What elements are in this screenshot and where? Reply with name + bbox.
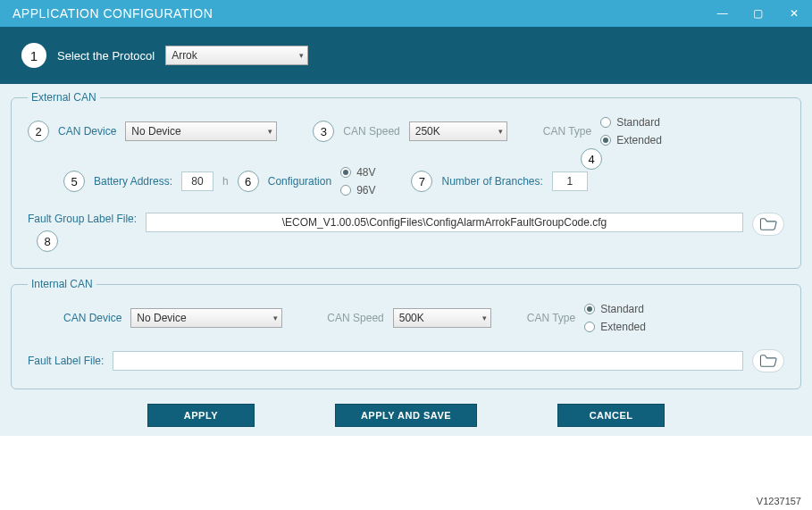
branches-input[interactable]: 1 <box>552 171 588 191</box>
int-can-type-label: CAN Type <box>527 312 575 324</box>
int-can-speed-select[interactable]: 500K ▾ <box>393 308 491 328</box>
fault-label-file-input[interactable] <box>113 351 743 371</box>
configuration-label: Configuration <box>268 175 331 188</box>
step-badge-7: 7 <box>411 171 432 192</box>
protocol-select[interactable]: Arrok ▾ <box>165 46 308 65</box>
int-can-device-value: No Device <box>137 312 186 324</box>
ext-can-type-radios: Standard Extended <box>600 116 662 146</box>
folder-icon <box>759 355 777 367</box>
int-can-device-select[interactable]: No Device ▾ <box>130 308 282 328</box>
external-row-2: 5 Battery Address: 80 h 6 Configuration … <box>28 166 784 196</box>
int-can-type-extended-option[interactable]: Extended <box>584 321 646 333</box>
int-can-type-standard-label: Standard <box>600 303 644 315</box>
ext-can-type-extended-label: Extended <box>616 134 662 146</box>
ext-can-device-label: CAN Device <box>58 125 116 138</box>
ext-can-speed-select[interactable]: 250K ▾ <box>409 121 507 141</box>
browse-fault-label-button[interactable] <box>752 349 784 372</box>
configuration-radios: 48V 96V <box>340 166 375 196</box>
branches-label: Number of Branches: <box>441 175 542 188</box>
radio-icon <box>600 135 611 146</box>
internal-row-1: CAN Device No Device ▾ CAN Speed 500K ▾ … <box>28 303 784 333</box>
int-can-type-radios: Standard Extended <box>584 303 646 333</box>
step-badge-5: 5 <box>63 171 85 192</box>
window-controls: — ▢ ✕ <box>705 0 812 27</box>
internal-can-legend: Internal CAN <box>28 278 96 290</box>
fault-label-file-label: Fault Label File: <box>28 355 104 367</box>
protocol-select-value: Arrok <box>172 49 197 62</box>
radio-icon <box>340 185 351 196</box>
step-badge-8: 8 <box>37 230 58 252</box>
external-can-legend: External CAN <box>28 91 100 104</box>
configuration-48v-label: 48V <box>356 166 375 179</box>
int-can-speed-label: CAN Speed <box>327 312 383 324</box>
radio-icon <box>340 167 351 178</box>
ext-can-type-standard-label: Standard <box>616 116 660 129</box>
step-badge-3: 3 <box>313 121 334 142</box>
minimize-button[interactable]: — <box>705 0 741 27</box>
cancel-button[interactable]: CANCEL <box>557 404 665 427</box>
internal-row-2: Fault Label File: <box>28 349 784 372</box>
reference-id: V1237157 <box>757 496 801 506</box>
apply-and-save-button[interactable]: APPLY AND SAVE <box>335 404 477 427</box>
ext-can-device-value: No Device <box>131 125 180 138</box>
int-can-speed-value: 500K <box>399 312 424 324</box>
close-button[interactable]: ✕ <box>776 0 812 27</box>
button-bar: APPLY APPLY AND SAVE CANCEL <box>11 398 801 431</box>
chevron-down-icon: ▾ <box>299 51 304 60</box>
internal-can-group: Internal CAN CAN Device No Device ▾ CAN … <box>11 278 801 389</box>
configuration-96v-label: 96V <box>356 184 375 196</box>
chevron-down-icon: ▾ <box>482 314 487 322</box>
int-can-type-extended-label: Extended <box>600 321 646 333</box>
configuration-96v-option[interactable]: 96V <box>340 184 375 196</box>
titlebar: APPLICATION CONFIGURATION — ▢ ✕ <box>0 0 812 27</box>
step-badge-2: 2 <box>28 121 49 142</box>
chevron-down-icon: ▾ <box>268 127 272 136</box>
external-row-1: 2 CAN Device No Device ▾ 3 CAN Speed 250… <box>28 116 784 146</box>
fault-group-file-input[interactable]: \ECOM_V1.00.05\ConfigFiles\ConfigAlarmAr… <box>146 213 743 232</box>
external-can-group: External CAN 2 CAN Device No Device ▾ 3 … <box>11 91 801 269</box>
ext-can-speed-label: CAN Speed <box>343 125 399 138</box>
int-can-type-standard-option[interactable]: Standard <box>584 303 646 315</box>
radio-icon <box>600 117 611 128</box>
ext-can-speed-value: 250K <box>415 125 440 138</box>
branches-value: 1 <box>567 175 573 188</box>
ext-can-type-standard-option[interactable]: Standard <box>600 116 662 129</box>
header-band: 1 Select the Protocol Arrok ▾ <box>0 27 812 84</box>
main-panel: External CAN 2 CAN Device No Device ▾ 3 … <box>0 84 812 436</box>
chevron-down-icon: ▾ <box>273 314 278 322</box>
battery-address-value: 80 <box>191 175 203 188</box>
step-badge-6: 6 <box>238 171 259 192</box>
battery-address-suffix: h <box>222 175 229 188</box>
folder-icon <box>759 218 777 230</box>
maximize-button[interactable]: ▢ <box>741 0 776 27</box>
ext-can-type-extended-option[interactable]: Extended <box>600 134 662 146</box>
window-title: APPLICATION CONFIGURATION <box>13 6 213 21</box>
radio-icon <box>584 304 595 314</box>
apply-button[interactable]: APPLY <box>147 404 255 427</box>
battery-address-input[interactable]: 80 <box>181 171 213 191</box>
radio-icon <box>584 322 595 332</box>
external-row-3: Fault Group Label File: 8 \ECOM_V1.00.05… <box>28 213 784 252</box>
browse-fault-group-button[interactable] <box>752 213 784 236</box>
battery-address-label: Battery Address: <box>94 175 172 188</box>
select-protocol-label: Select the Protocol <box>57 49 155 63</box>
fault-group-file-value: \ECOM_V1.00.05\ConfigFiles\ConfigAlarmAr… <box>282 216 607 229</box>
step-badge-1: 1 <box>21 43 46 68</box>
int-can-device-label: CAN Device <box>63 312 121 324</box>
chevron-down-icon: ▾ <box>498 127 503 136</box>
fault-group-file-label: Fault Group Label File: <box>28 213 137 225</box>
ext-can-type-label: CAN Type <box>543 125 591 138</box>
configuration-48v-option[interactable]: 48V <box>340 166 375 179</box>
ext-can-device-select[interactable]: No Device ▾ <box>125 121 277 141</box>
